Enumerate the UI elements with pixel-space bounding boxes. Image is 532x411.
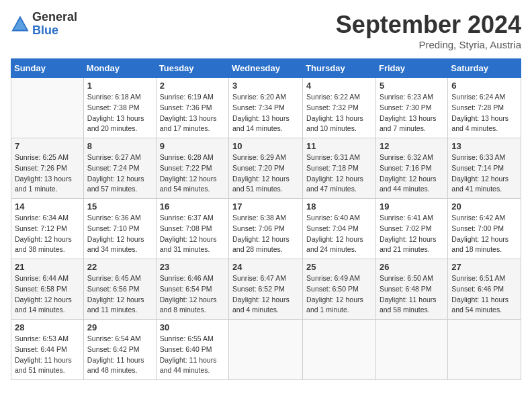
calendar-day-cell: 4Sunrise: 6:22 AMSunset: 7:32 PMDaylight… [303,78,376,138]
calendar-day-cell [448,320,521,380]
day-info: Sunrise: 6:46 AMSunset: 6:54 PMDaylight:… [160,273,225,316]
calendar-day-cell: 29Sunrise: 6:54 AMSunset: 6:42 PMDayligh… [83,320,156,380]
calendar-day-cell: 17Sunrise: 6:38 AMSunset: 7:06 PMDayligh… [229,199,303,259]
day-info: Sunrise: 6:49 AMSunset: 6:50 PMDaylight:… [306,273,372,316]
day-info: Sunrise: 6:18 AMSunset: 7:38 PMDaylight:… [87,92,152,134]
calendar-header-thursday: Thursday [303,59,376,78]
calendar-day-cell [11,78,84,138]
day-number: 13 [451,141,517,151]
calendar-table: SundayMondayTuesdayWednesdayThursdayFrid… [11,58,521,380]
calendar-day-cell: 9Sunrise: 6:28 AMSunset: 7:22 PMDaylight… [156,138,228,199]
day-number: 26 [380,262,444,272]
day-info: Sunrise: 6:45 AMSunset: 6:56 PMDaylight:… [87,273,152,316]
calendar-day-cell: 25Sunrise: 6:49 AMSunset: 6:50 PMDayligh… [303,259,376,320]
calendar-day-cell: 5Sunrise: 6:23 AMSunset: 7:30 PMDaylight… [375,78,447,138]
calendar-day-cell: 22Sunrise: 6:45 AMSunset: 6:56 PMDayligh… [83,259,156,320]
day-number: 23 [160,262,225,272]
day-number: 16 [160,201,225,212]
day-info: Sunrise: 6:51 AMSunset: 6:46 PMDaylight:… [451,273,517,316]
day-info: Sunrise: 6:20 AMSunset: 7:34 PMDaylight:… [232,92,299,134]
day-info: Sunrise: 6:36 AMSunset: 7:10 PMDaylight:… [87,213,152,255]
day-number: 28 [15,322,80,332]
calendar-day-cell: 11Sunrise: 6:31 AMSunset: 7:18 PMDayligh… [303,138,376,199]
day-info: Sunrise: 6:23 AMSunset: 7:30 PMDaylight:… [380,92,444,134]
calendar-day-cell: 6Sunrise: 6:24 AMSunset: 7:28 PMDaylight… [448,78,521,138]
day-info: Sunrise: 6:54 AMSunset: 6:42 PMDaylight:… [87,334,152,376]
calendar-week-row: 7Sunrise: 6:25 AMSunset: 7:26 PMDaylight… [11,138,521,199]
day-info: Sunrise: 6:33 AMSunset: 7:14 PMDaylight:… [451,152,517,195]
day-info: Sunrise: 6:44 AMSunset: 6:58 PMDaylight:… [15,273,80,316]
calendar-day-cell: 24Sunrise: 6:47 AMSunset: 6:52 PMDayligh… [229,259,303,320]
day-info: Sunrise: 6:50 AMSunset: 6:48 PMDaylight:… [380,273,444,316]
day-number: 10 [232,141,299,151]
day-number: 21 [15,262,80,272]
day-number: 27 [451,262,517,272]
day-info: Sunrise: 6:32 AMSunset: 7:16 PMDaylight:… [380,152,444,195]
day-number: 6 [451,81,517,91]
calendar-day-cell: 15Sunrise: 6:36 AMSunset: 7:10 PMDayligh… [83,199,156,259]
day-number: 25 [306,262,372,272]
day-info: Sunrise: 6:40 AMSunset: 7:04 PMDaylight:… [306,213,372,255]
day-number: 5 [380,81,444,91]
calendar-day-cell [303,320,376,380]
calendar-day-cell: 2Sunrise: 6:19 AMSunset: 7:36 PMDaylight… [156,78,228,138]
calendar-day-cell: 10Sunrise: 6:29 AMSunset: 7:20 PMDayligh… [229,138,303,199]
calendar-day-cell: 21Sunrise: 6:44 AMSunset: 6:58 PMDayligh… [11,259,84,320]
day-number: 22 [87,262,152,272]
day-number: 20 [451,201,517,212]
day-number: 24 [232,262,299,272]
logo: General Blue [11,11,77,38]
day-info: Sunrise: 6:47 AMSunset: 6:52 PMDaylight:… [232,273,299,316]
calendar-day-cell [375,320,447,380]
day-info: Sunrise: 6:41 AMSunset: 7:02 PMDaylight:… [380,213,444,255]
day-number: 8 [87,141,152,151]
day-info: Sunrise: 6:22 AMSunset: 7:32 PMDaylight:… [306,92,372,134]
calendar-week-row: 14Sunrise: 6:34 AMSunset: 7:12 PMDayligh… [11,199,521,259]
day-number: 29 [87,322,152,332]
calendar-header-saturday: Saturday [448,59,521,78]
day-number: 9 [160,141,225,151]
calendar-header-row: SundayMondayTuesdayWednesdayThursdayFrid… [11,59,521,78]
calendar-header-wednesday: Wednesday [229,59,303,78]
day-info: Sunrise: 6:34 AMSunset: 7:12 PMDaylight:… [15,213,80,255]
day-info: Sunrise: 6:29 AMSunset: 7:20 PMDaylight:… [232,152,299,195]
day-info: Sunrise: 6:42 AMSunset: 7:00 PMDaylight:… [451,213,517,255]
calendar-day-cell: 23Sunrise: 6:46 AMSunset: 6:54 PMDayligh… [156,259,228,320]
day-info: Sunrise: 6:28 AMSunset: 7:22 PMDaylight:… [160,152,225,195]
day-info: Sunrise: 6:55 AMSunset: 6:40 PMDaylight:… [160,334,225,376]
logo-icon [11,15,30,34]
day-number: 1 [87,81,152,91]
calendar-day-cell: 13Sunrise: 6:33 AMSunset: 7:14 PMDayligh… [448,138,521,199]
calendar-week-row: 28Sunrise: 6:53 AMSunset: 6:44 PMDayligh… [11,320,521,380]
day-number: 7 [15,141,80,151]
month-title: September 2024 [336,11,521,39]
calendar-day-cell: 8Sunrise: 6:27 AMSunset: 7:24 PMDaylight… [83,138,156,199]
day-number: 4 [306,81,372,91]
calendar-header-tuesday: Tuesday [156,59,228,78]
calendar-day-cell: 19Sunrise: 6:41 AMSunset: 7:02 PMDayligh… [375,199,447,259]
day-info: Sunrise: 6:37 AMSunset: 7:08 PMDaylight:… [160,213,225,255]
day-info: Sunrise: 6:24 AMSunset: 7:28 PMDaylight:… [451,92,517,134]
day-info: Sunrise: 6:31 AMSunset: 7:18 PMDaylight:… [306,152,372,195]
calendar-day-cell: 18Sunrise: 6:40 AMSunset: 7:04 PMDayligh… [303,199,376,259]
day-number: 19 [380,201,444,212]
calendar-day-cell: 26Sunrise: 6:50 AMSunset: 6:48 PMDayligh… [375,259,447,320]
day-info: Sunrise: 6:38 AMSunset: 7:06 PMDaylight:… [232,213,299,255]
calendar-day-cell: 12Sunrise: 6:32 AMSunset: 7:16 PMDayligh… [375,138,447,199]
day-info: Sunrise: 6:19 AMSunset: 7:36 PMDaylight:… [160,92,225,134]
logo-blue-text: Blue [32,24,77,38]
day-number: 18 [306,201,372,212]
calendar-week-row: 1Sunrise: 6:18 AMSunset: 7:38 PMDaylight… [11,78,521,138]
day-number: 11 [306,141,372,151]
title-area: September 2024 Preding, Styria, Austria [336,11,521,50]
calendar-day-cell: 7Sunrise: 6:25 AMSunset: 7:26 PMDaylight… [11,138,84,199]
calendar-day-cell: 20Sunrise: 6:42 AMSunset: 7:00 PMDayligh… [448,199,521,259]
day-info: Sunrise: 6:53 AMSunset: 6:44 PMDaylight:… [15,334,80,376]
calendar-day-cell: 14Sunrise: 6:34 AMSunset: 7:12 PMDayligh… [11,199,84,259]
logo-text: General Blue [32,11,77,38]
calendar-header-friday: Friday [375,59,447,78]
calendar-day-cell [229,320,303,380]
calendar-day-cell: 16Sunrise: 6:37 AMSunset: 7:08 PMDayligh… [156,199,228,259]
day-number: 14 [15,201,80,212]
day-number: 15 [87,201,152,212]
